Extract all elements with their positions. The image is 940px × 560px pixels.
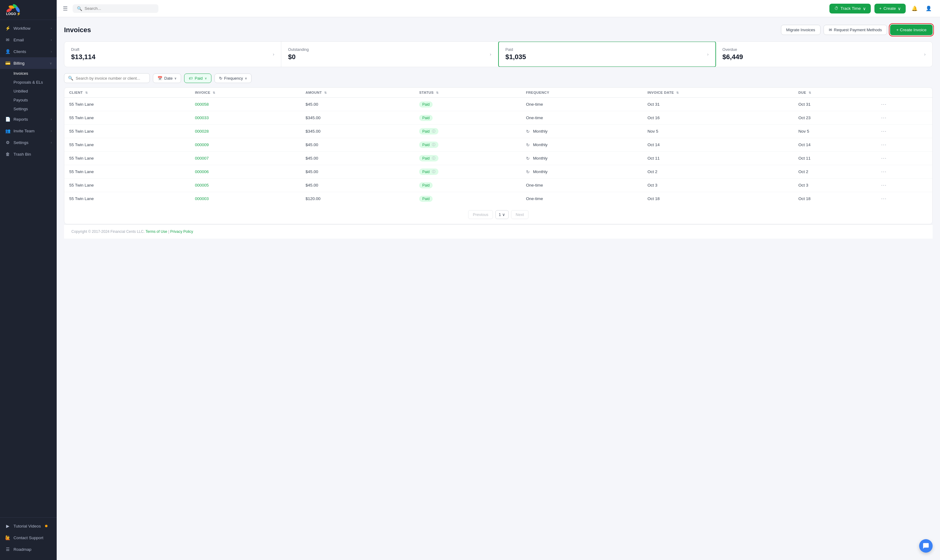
create-invoice-button[interactable]: + Create Invoice [890, 25, 933, 35]
invoice-link[interactable]: 000007 [195, 156, 209, 160]
invoice-link[interactable]: 000009 [195, 142, 209, 147]
more-actions-button[interactable]: ··· [881, 182, 887, 188]
chevron-right-icon: › [51, 129, 52, 133]
logo-area: LOGO ⚡ [0, 0, 57, 20]
invoice-link[interactable]: 000058 [195, 102, 209, 107]
more-actions-button[interactable]: ··· [881, 195, 887, 202]
sidebar-item-email[interactable]: ✉ Email › [0, 34, 57, 46]
sidebar-bottom: ▶ Tutorial Videos 🙋 Contact Support ☰ Ro… [0, 517, 57, 560]
outstanding-label: Outstanding [288, 48, 309, 52]
table-row: 55 Twin Lane 000005 $45.00 Paid One-time… [65, 178, 932, 192]
summary-card-outstanding[interactable]: Outstanding $0 › [281, 42, 498, 67]
privacy-link[interactable]: Privacy Policy [170, 229, 193, 234]
repeat-icon: ↻ [526, 129, 530, 134]
sidebar-item-settings[interactable]: ⚙ Settings › [0, 137, 57, 148]
summary-card-paid[interactable]: Paid $1,035 › [498, 42, 716, 67]
invoice-cell: 000028 [190, 125, 301, 138]
more-actions-button[interactable]: ··· [881, 115, 887, 121]
request-payment-button[interactable]: ✉ Request Payment Methods [823, 25, 887, 35]
sidebar-item-roadmap-label: Roadmap [14, 547, 32, 552]
next-button[interactable]: Next [511, 210, 529, 219]
invoice-cell: 000007 [190, 152, 301, 165]
create-button[interactable]: + Create ∨ [874, 4, 906, 14]
chevron-right-icon: › [707, 52, 709, 57]
hamburger-icon[interactable]: ☰ [63, 5, 68, 12]
paid-filter-button[interactable]: 🏷 Paid ∨ [184, 74, 211, 83]
table-row: 55 Twin Lane 000003 $120.00 Paid One-tim… [65, 192, 932, 206]
sidebar-sub-proposals[interactable]: Proposals & ELs [0, 78, 57, 87]
sidebar-sub-unbilled[interactable]: Unbilled [0, 87, 57, 95]
create-invoice-label: + Create Invoice [896, 28, 926, 32]
summary-card-draft[interactable]: Draft $13,114 › [65, 42, 281, 67]
due-cell: Oct 11 [794, 152, 876, 165]
invoice-cell: 000006 [190, 165, 301, 178]
table-row: 55 Twin Lane 000033 $345.00 Paid One-tim… [65, 111, 932, 125]
sidebar-item-clients[interactable]: 👤 Clients › [0, 46, 57, 57]
sidebar-item-workflow[interactable]: ⚡ Workflow › [0, 22, 57, 34]
repeat-icon: ↻ [219, 76, 222, 81]
email-icon: ✉ [829, 28, 832, 32]
migrate-invoices-button[interactable]: Migrate Invoices [781, 25, 820, 35]
status-col-header[interactable]: STATUS ⇅ [414, 88, 521, 98]
more-actions-cell: ··· [876, 111, 932, 125]
notifications-button[interactable]: 🔔 [909, 3, 920, 14]
status-cell: Paidⓘ [414, 165, 521, 178]
user-avatar-button[interactable]: 👤 [923, 3, 934, 14]
amount-cell: $345.00 [301, 111, 414, 125]
page-title: Invoices [64, 26, 91, 34]
invoice-col-header[interactable]: INVOICE ⇅ [190, 88, 301, 98]
invoice-link[interactable]: 000003 [195, 196, 209, 201]
sidebar-item-invite-team[interactable]: 👥 Invite Team › [0, 125, 57, 137]
invoice-date-cell: Oct 16 [643, 111, 794, 125]
search-input[interactable] [85, 6, 154, 11]
invoice-search-input[interactable] [76, 76, 146, 81]
due-col-header[interactable]: DUE ⇅ [794, 88, 876, 98]
previous-button[interactable]: Previous [468, 210, 493, 219]
calendar-icon: 📅 [157, 76, 162, 81]
frequency-filter-button[interactable]: ↻ Frequency ∨ [214, 74, 252, 83]
sidebar-item-settings-label: Settings [14, 140, 29, 145]
amount-col-header[interactable]: AMOUNT ⇅ [301, 88, 414, 98]
more-actions-button[interactable]: ··· [881, 142, 887, 148]
more-actions-cell: ··· [876, 165, 932, 178]
more-actions-button[interactable]: ··· [881, 168, 887, 175]
sidebar-item-contact-support[interactable]: 🙋 Contact Support [0, 532, 57, 543]
more-actions-button[interactable]: ··· [881, 155, 887, 161]
amount-cell: $45.00 [301, 165, 414, 178]
more-actions-button[interactable]: ··· [881, 128, 887, 134]
status-badge: Paidⓘ [419, 155, 438, 162]
sidebar-item-billing[interactable]: 💳 Billing ∨ [0, 57, 57, 69]
sidebar-item-trash-bin[interactable]: 🗑 Trash Bin [0, 148, 57, 160]
overdue-value: $6,449 [723, 53, 743, 61]
summary-card-overdue[interactable]: Overdue $6,449 › [716, 42, 932, 67]
invoice-link[interactable]: 000028 [195, 129, 209, 134]
sidebar-sub-billing-settings[interactable]: Settings [0, 105, 57, 113]
sidebar-item-reports[interactable]: 📄 Reports › [0, 113, 57, 125]
date-filter-button[interactable]: 📅 Date ∨ [153, 74, 181, 83]
invoice-search[interactable]: 🔍 [64, 73, 150, 83]
invite-team-icon: 👥 [5, 128, 11, 134]
sidebar-sub-invoices[interactable]: Invoices [0, 69, 57, 78]
page-selector[interactable]: 1 ∨ [495, 210, 509, 219]
chevron-down-icon: ∨ [205, 77, 207, 80]
sort-icon: ⇅ [809, 91, 811, 94]
pagination: Previous 1 ∨ Next [65, 205, 932, 224]
invoice-link[interactable]: 000005 [195, 183, 209, 188]
terms-link[interactable]: Terms of Use [146, 229, 167, 234]
more-actions-cell: ··· [876, 138, 932, 152]
invoice-link[interactable]: 000033 [195, 115, 209, 120]
sidebar-sub-payouts[interactable]: Payouts [0, 95, 57, 105]
track-time-button[interactable]: ⏱ Track Time ∨ [829, 4, 871, 14]
chat-bubble-button[interactable] [919, 539, 933, 553]
sidebar-sub-billing-settings-label: Settings [14, 107, 28, 111]
frequency-cell: One-time [521, 98, 643, 111]
sidebar-item-tutorial-videos[interactable]: ▶ Tutorial Videos [0, 520, 57, 532]
invoice-date-col-header[interactable]: INVOICE DATE ⇅ [643, 88, 794, 98]
more-actions-button[interactable]: ··· [881, 101, 887, 107]
sidebar-item-roadmap[interactable]: ☰ Roadmap [0, 543, 57, 555]
invoice-cell: 000033 [190, 111, 301, 125]
table-row: 55 Twin Lane 000028 $345.00 Paidⓘ ↻Month… [65, 125, 932, 138]
client-col-header[interactable]: CLIENT ⇅ [65, 88, 190, 98]
invoice-link[interactable]: 000006 [195, 169, 209, 174]
chevron-right-icon: › [273, 52, 274, 57]
